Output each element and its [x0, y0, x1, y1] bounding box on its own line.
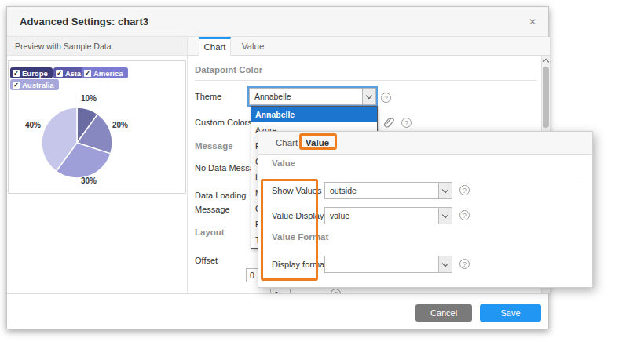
- theme-select[interactable]: Annabelle: [249, 88, 376, 105]
- display-format-help-icon[interactable]: ?: [459, 259, 470, 269]
- divider: [272, 176, 582, 176]
- dialog-footer: Cancel Save: [7, 293, 548, 329]
- theme-label: Theme: [195, 92, 221, 101]
- show-values-value: outside: [330, 183, 357, 198]
- pie-label-30: 30%: [81, 176, 97, 185]
- chevron-down-icon[interactable]: [438, 256, 452, 272]
- theme-select-focus-ring: Annabelle: [247, 86, 378, 107]
- value-display-select[interactable]: value: [324, 207, 452, 224]
- section-datapoint-color: Datapoint Color: [195, 65, 262, 75]
- overlay-section-value: Value: [272, 158, 295, 168]
- show-values-help-icon[interactable]: ?: [459, 185, 470, 195]
- chevron-down-icon[interactable]: [362, 89, 375, 104]
- value-tab-highlight: [299, 133, 337, 150]
- link-icon[interactable]: [383, 116, 395, 129]
- tab-chart[interactable]: Chart: [199, 37, 231, 56]
- section-message: Message: [195, 141, 233, 151]
- tab-value[interactable]: Value: [232, 37, 273, 56]
- value-labels-highlight: [261, 179, 318, 281]
- custom-colors-label: Custom Colors: [195, 118, 252, 127]
- pie-label-40: 40%: [25, 121, 41, 129]
- display-format-select[interactable]: [324, 256, 452, 273]
- value-display-value: value: [330, 208, 349, 224]
- preview-panel: ✓ Europe ✓ Asia ✓ America ✓ Australia: [7, 56, 188, 293]
- dropdown-option-annabelle[interactable]: Annabelle: [251, 107, 377, 122]
- chart-preview: ✓ Europe ✓ Asia ✓ America ✓ Australia: [8, 60, 186, 194]
- custom-colors-help-icon[interactable]: ?: [401, 118, 412, 128]
- screen: Advanced Settings: chart3 ✕ Preview with…: [0, 0, 644, 360]
- overlay-tab-chart[interactable]: Chart: [276, 132, 298, 155]
- show-values-select[interactable]: outside: [324, 182, 452, 199]
- pie-label-10: 10%: [81, 94, 97, 103]
- scrollbar-thumb[interactable]: [543, 67, 549, 128]
- preview-panel-header: Preview with Sample Data: [7, 37, 188, 56]
- dialog-title: Advanced Settings: chart3: [20, 7, 148, 37]
- scroll-up-icon[interactable]: [543, 59, 549, 65]
- divider: [195, 80, 536, 81]
- offset-label: Offset: [195, 256, 218, 265]
- offset-input-value: 0: [250, 269, 254, 282]
- data-loading-label-line2: Message: [195, 205, 230, 214]
- theme-select-value: Annabelle: [254, 89, 291, 104]
- chevron-down-icon[interactable]: [438, 208, 452, 224]
- save-button[interactable]: Save: [480, 304, 541, 322]
- dialog-header: Advanced Settings: chart3 ✕: [7, 7, 548, 37]
- cancel-button[interactable]: Cancel: [415, 304, 472, 322]
- chevron-down-icon[interactable]: [438, 183, 452, 198]
- section-layout: Layout: [195, 227, 225, 237]
- value-settings-overlay: Chart Value Value Show Values outside ? …: [258, 131, 593, 288]
- theme-help-icon[interactable]: ?: [381, 93, 391, 103]
- close-icon[interactable]: ✕: [526, 16, 539, 28]
- value-display-help-icon[interactable]: ?: [459, 210, 470, 220]
- pie-label-20: 20%: [112, 121, 128, 129]
- data-loading-label-line1: Data Loading: [195, 191, 246, 200]
- main-tab-bar: Chart Value: [188, 37, 550, 56]
